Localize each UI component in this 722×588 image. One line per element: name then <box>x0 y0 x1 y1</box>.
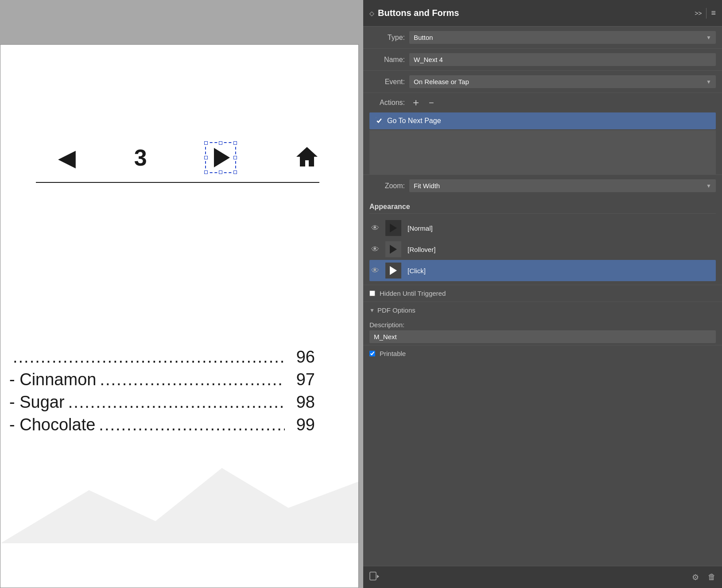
hidden-trigger-checkbox[interactable] <box>369 290 375 296</box>
type-row: Type: Button ▼ <box>363 27 722 49</box>
panel-menu-button[interactable]: ≡ <box>711 8 716 18</box>
page-document: ◀ 3 <box>0 44 359 588</box>
appearance-row-normal[interactable]: 👁 [Normal] <box>369 217 716 239</box>
eye-icon-rollover[interactable]: 👁 <box>371 245 379 254</box>
action-checkbox[interactable] <box>376 117 383 124</box>
mountain-decoration <box>0 455 359 543</box>
thumb-rollover <box>385 241 401 257</box>
type-select-arrow: ▼ <box>706 35 711 41</box>
type-select[interactable]: Button ▼ <box>409 31 716 44</box>
page-number: 3 <box>134 144 147 171</box>
toc-page-num: 96 <box>288 348 315 367</box>
description-input[interactable] <box>369 330 716 343</box>
pdf-options-label: PDF Options <box>377 306 415 314</box>
toc-area: ........................................… <box>0 346 333 436</box>
nav-arrow-right-selected[interactable] <box>205 142 236 173</box>
zoom-value: Fit Width <box>414 182 440 190</box>
event-select[interactable]: On Release or Tap ▼ <box>409 75 716 88</box>
event-select-arrow: ▼ <box>706 79 711 85</box>
appearance-row-click[interactable]: 👁 [Click] <box>369 260 716 281</box>
name-row: Name: W_Next 4 <box>363 49 722 71</box>
handle-ml <box>204 156 208 159</box>
name-value: W_Next 4 <box>414 56 443 63</box>
bottom-settings-icon[interactable]: ⚙ <box>692 573 699 582</box>
bottom-video-icon <box>369 572 379 583</box>
pdf-options-row[interactable]: ▼ PDF Options <box>363 302 722 318</box>
actions-label: Actions: <box>369 99 405 107</box>
appearance-header: Appearance <box>369 200 716 214</box>
event-row: Event: On Release or Tap ▼ <box>363 71 722 93</box>
name-label: Name: <box>369 56 405 64</box>
toc-dots: ........................................… <box>68 393 285 412</box>
handle-mr <box>233 156 237 159</box>
home-icon <box>295 144 319 169</box>
action-list: Go To Next Page <box>369 112 716 129</box>
appearance-section: Appearance 👁 [Normal] 👁 [Rollover] 👁 [Cl… <box>363 197 722 285</box>
toc-page-num: 97 <box>288 370 315 389</box>
event-value: On Release or Tap <box>414 78 469 85</box>
toc-dots: ........................................… <box>99 415 285 434</box>
panel-title: Buttons and Forms <box>378 8 459 18</box>
zoom-select[interactable]: Fit Width ▼ <box>409 179 716 192</box>
svg-marker-1 <box>0 468 359 543</box>
home-button[interactable] <box>295 144 319 171</box>
state-label-normal: [Normal] <box>408 224 433 232</box>
thumb-arrow-rollover <box>390 245 397 254</box>
state-label-click: [Click] <box>408 267 426 275</box>
panel-title-row: ◇ Buttons and Forms <box>369 8 459 18</box>
thumb-click <box>385 263 401 279</box>
handle-tm <box>219 141 222 145</box>
name-input[interactable]: W_Next 4 <box>409 53 716 66</box>
toc-label: - Cinnamon <box>9 370 96 389</box>
remove-action-button[interactable]: − <box>427 98 436 108</box>
panel-divider <box>706 8 706 19</box>
toc-label: - Sugar <box>9 393 65 412</box>
toc-page-num: 98 <box>288 393 315 412</box>
type-label: Type: <box>369 34 405 42</box>
action-empty-area <box>369 130 716 174</box>
panel-expand-button[interactable]: >> <box>695 10 702 17</box>
pdf-options-chevron: ▼ <box>369 307 375 313</box>
bottom-trash-icon[interactable]: 🗑 <box>708 573 716 582</box>
printable-checkbox[interactable] <box>369 351 375 356</box>
nav-bar: ◀ 3 <box>58 142 319 173</box>
toc-row: - Cinnamon .............................… <box>0 368 333 391</box>
state-label-rollover: [Rollover] <box>408 246 435 253</box>
toc-row: - Sugar ................................… <box>0 391 333 414</box>
handle-bm <box>219 170 222 174</box>
appearance-row-rollover[interactable]: 👁 [Rollover] <box>369 239 716 260</box>
description-label: Description: <box>369 321 716 329</box>
add-action-button[interactable]: + <box>411 97 421 109</box>
type-value: Button <box>414 34 433 41</box>
printable-row: Printable <box>363 345 722 362</box>
arrow-right-icon <box>214 148 230 167</box>
bottom-right-icons: ⚙ 🗑 <box>692 573 716 582</box>
thumb-arrow-click <box>390 266 397 275</box>
toc-row: ........................................… <box>0 346 333 368</box>
action-item-go-to-next-page[interactable]: Go To Next Page <box>369 112 716 129</box>
video-play-icon <box>369 572 379 581</box>
handle-br <box>233 170 237 174</box>
handle-bl <box>204 170 208 174</box>
bottom-toolbar: ⚙ 🗑 <box>363 566 722 588</box>
nav-arrow-left[interactable]: ◀ <box>58 144 76 171</box>
zoom-select-arrow: ▼ <box>706 183 711 189</box>
toc-page-num: 99 <box>288 415 315 434</box>
toc-dots: ........................................… <box>100 370 285 389</box>
eye-icon-click[interactable]: 👁 <box>371 266 379 275</box>
toc-row: - Chocolate ............................… <box>0 414 333 436</box>
right-panel: ◇ Buttons and Forms >> ≡ Type: Button ▼ … <box>363 0 722 588</box>
handle-tl <box>204 141 208 145</box>
panel-controls: >> ≡ <box>695 8 716 19</box>
hidden-trigger-label: Hidden Until Triggered <box>380 290 446 297</box>
thumb-arrow-dark <box>390 224 397 232</box>
eye-icon-normal[interactable]: 👁 <box>371 224 379 233</box>
hidden-trigger-row: Hidden Until Triggered <box>363 285 722 302</box>
event-label: Event: <box>369 78 405 86</box>
description-row: Description: <box>363 318 722 345</box>
svg-rect-2 <box>370 572 376 580</box>
toc-label: - Chocolate <box>9 415 95 434</box>
zoom-label: Zoom: <box>369 182 405 190</box>
thumb-normal <box>385 220 401 236</box>
toc-dots: ........................................… <box>13 348 285 367</box>
